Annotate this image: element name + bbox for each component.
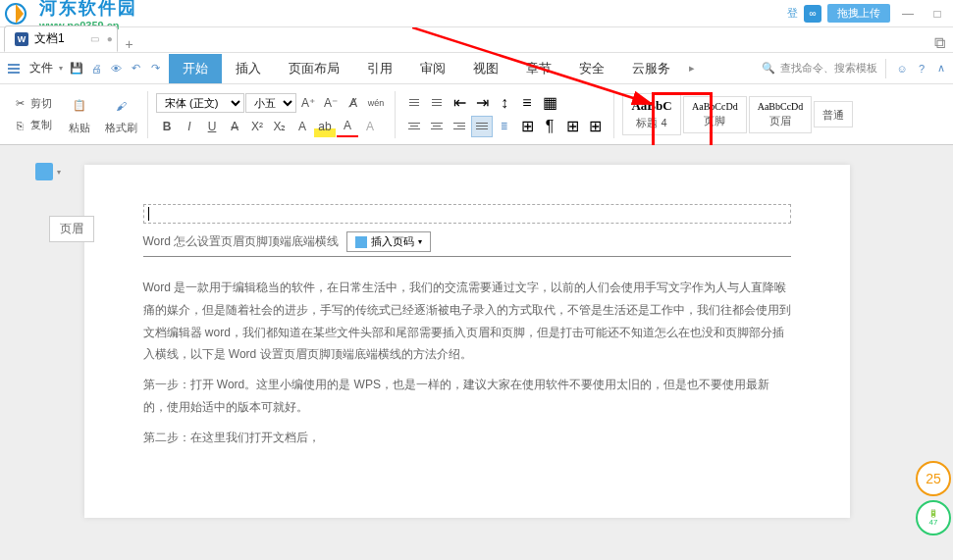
- header-section-icon[interactable]: ▾: [35, 163, 61, 180]
- tab-insert[interactable]: 插入: [222, 54, 275, 83]
- underline-button[interactable]: U: [201, 116, 223, 137]
- search-command-input[interactable]: 查找命令、搜索模板: [780, 61, 877, 76]
- status-badge-2[interactable]: 🔋47: [916, 500, 951, 535]
- subscript-button[interactable]: X₂: [269, 116, 291, 137]
- collapse-ribbon-icon[interactable]: ∧: [933, 61, 949, 76]
- header-edit-area[interactable]: [143, 204, 791, 224]
- tab-home[interactable]: 开始: [169, 54, 222, 83]
- borders1-icon[interactable]: ⊞: [561, 116, 583, 137]
- italic-button[interactable]: I: [179, 116, 200, 137]
- paste-button[interactable]: 📋 粘贴: [62, 92, 97, 137]
- redo-icon[interactable]: ↷: [147, 61, 163, 76]
- undo-icon[interactable]: ↶: [128, 61, 143, 76]
- number-list-icon[interactable]: [426, 92, 448, 114]
- style-footer[interactable]: AaBbCcDd 页脚: [683, 96, 747, 133]
- decrease-indent-icon[interactable]: ⇤: [449, 92, 470, 114]
- chevron-down-icon: ▾: [418, 237, 422, 246]
- increase-indent-icon[interactable]: ⇥: [471, 92, 493, 114]
- copy-button[interactable]: ⎘复制: [8, 116, 56, 135]
- cloud-sync-icon[interactable]: ∞: [804, 5, 821, 23]
- scissors-icon: ✂: [12, 96, 27, 112]
- char-shading-button[interactable]: A: [359, 116, 381, 137]
- shrink-font-icon[interactable]: A⁻: [320, 92, 342, 114]
- paragraph: Word 是一款用于编辑稳当的软件，在日常生活中，我们的交流需要通过文字，以前的…: [143, 277, 791, 366]
- align-left-icon[interactable]: [403, 116, 425, 137]
- clear-format-icon[interactable]: A̸: [343, 92, 364, 114]
- chevron-down-icon: ▾: [57, 168, 61, 177]
- paragraph: 第一步：打开 Word。这里小编使用的是 WPS，也是一样的，建议大家在使用软件…: [143, 374, 791, 419]
- tab-view[interactable]: 视图: [459, 54, 512, 83]
- pinyin-icon[interactable]: wén: [365, 92, 387, 114]
- minimize-icon[interactable]: —: [896, 4, 920, 24]
- document-body[interactable]: Word 是一款用于编辑稳当的软件，在日常生活中，我们的交流需要通过文字，以前的…: [143, 277, 791, 449]
- preview-icon[interactable]: 👁: [108, 61, 124, 76]
- format-painter-button[interactable]: 🖌 格式刷: [99, 92, 143, 137]
- word-doc-icon: W: [15, 32, 28, 46]
- grow-font-icon[interactable]: A⁺: [297, 92, 319, 114]
- text-effect-button[interactable]: A: [291, 116, 313, 137]
- window-restore-icon[interactable]: ⧉: [927, 34, 953, 52]
- brush-icon: 🖌: [110, 94, 133, 118]
- superscript-button[interactable]: X²: [246, 116, 268, 137]
- document-icon: [35, 163, 53, 180]
- align-justify-icon[interactable]: [471, 116, 493, 137]
- shading-icon[interactable]: ▦: [539, 92, 560, 114]
- save-icon[interactable]: 💾: [69, 61, 84, 76]
- tab-label: 文档1: [34, 30, 65, 47]
- maximize-icon[interactable]: □: [926, 4, 949, 24]
- align-center-icon[interactable]: [426, 116, 448, 137]
- borders-icon[interactable]: ⊞: [584, 116, 606, 137]
- header-text: Word 怎么设置页眉页脚顶端底端横线: [143, 233, 340, 250]
- tab-security[interactable]: 安全: [565, 54, 618, 83]
- header-label-badge: 页眉: [49, 216, 94, 242]
- login-link[interactable]: 登: [787, 6, 798, 21]
- layout-mode-icon[interactable]: ▭: [90, 33, 99, 44]
- app-logo-text: 河东软件园: [39, 0, 137, 20]
- print-icon[interactable]: 🖨: [88, 61, 104, 76]
- hamburger-menu-icon[interactable]: [4, 64, 24, 74]
- text-direction-icon[interactable]: ↕: [494, 92, 515, 114]
- paste-icon: 📋: [68, 94, 91, 118]
- tab-close-icon[interactable]: ●: [107, 33, 113, 44]
- paragraph: 第二步：在这里我们打开文档后，: [143, 427, 791, 449]
- help-icon[interactable]: ?: [914, 61, 929, 76]
- tab-reference[interactable]: 引用: [353, 54, 406, 83]
- tab-review[interactable]: 审阅: [406, 54, 459, 83]
- document-tab[interactable]: W 文档1 ▭ ●: [4, 25, 118, 52]
- show-marks-icon[interactable]: ¶: [539, 116, 560, 137]
- bullet-list-icon[interactable]: [403, 92, 425, 114]
- strikethrough-button[interactable]: A̶: [224, 116, 245, 137]
- status-badge-1[interactable]: 25: [916, 461, 951, 496]
- tab-cloud[interactable]: 云服务: [618, 54, 684, 83]
- style-heading4[interactable]: AaBbC 标题 4: [622, 93, 681, 135]
- app-logo-icon: [4, 2, 35, 25]
- copy-icon: ⎘: [12, 118, 27, 133]
- search-icon: 🔍: [761, 61, 776, 76]
- insert-pagecode-button[interactable]: 插入页码 ▾: [346, 231, 431, 252]
- upload-button[interactable]: 拖拽上传: [827, 4, 890, 23]
- tab-layout[interactable]: 页面布局: [275, 54, 353, 83]
- line-spacing-icon[interactable]: ≡: [516, 92, 538, 114]
- page-number-icon: [355, 236, 367, 248]
- bold-button[interactable]: B: [156, 116, 178, 137]
- font-family-select[interactable]: 宋体 (正文): [156, 93, 244, 113]
- font-size-select[interactable]: 小五: [245, 93, 296, 113]
- tab-section[interactable]: 章节: [512, 54, 565, 83]
- cloud-menu-icon[interactable]: ▸: [684, 61, 700, 76]
- style-normal[interactable]: 普通: [814, 101, 853, 127]
- new-tab-button[interactable]: +: [118, 36, 141, 52]
- font-color-button[interactable]: A: [337, 116, 358, 137]
- distribute-icon[interactable]: ≣: [494, 116, 515, 137]
- file-menu[interactable]: 文件: [26, 56, 57, 80]
- tab-settings-icon[interactable]: ⊞: [516, 116, 538, 137]
- feedback-icon[interactable]: ☺: [894, 61, 910, 76]
- highlight-button[interactable]: ab: [314, 116, 336, 137]
- align-right-icon[interactable]: [449, 116, 470, 137]
- cut-button[interactable]: ✂剪切: [8, 94, 56, 114]
- style-header[interactable]: AaBbCcDd 页眉: [749, 96, 813, 133]
